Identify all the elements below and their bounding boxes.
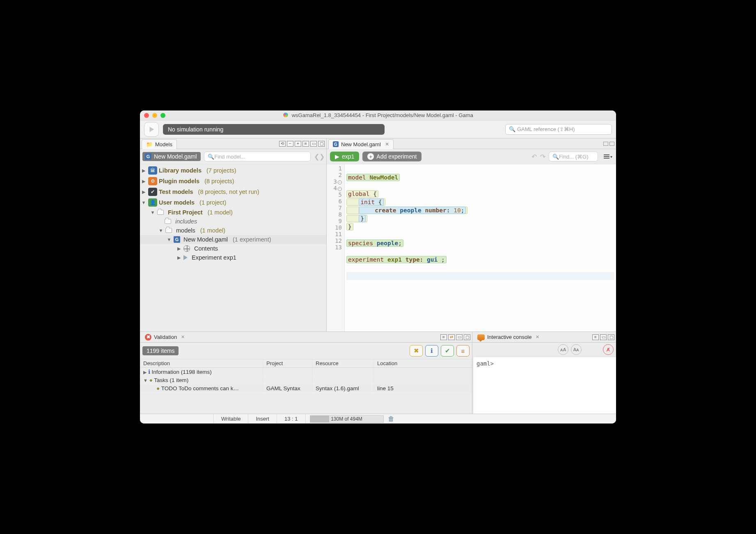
- filter-icon[interactable]: ≡: [592, 334, 599, 340]
- close-tab-icon[interactable]: ✕: [385, 141, 389, 147]
- disclosure-icon[interactable]: ▶: [141, 189, 147, 195]
- editor-forward-icon[interactable]: ↷: [540, 153, 545, 161]
- app-window: wsGamaRel_1.8_334544454 - First Project/…: [140, 110, 616, 424]
- code-editor[interactable]: 1 2 3- 4- 5 6 7 8 9 10 11 12 13 model Ne…: [327, 164, 616, 331]
- group-by-icon[interactable]: ⇄: [448, 334, 455, 340]
- console-icon: [477, 334, 485, 340]
- console-output[interactable]: gaml>: [473, 357, 616, 414]
- search-icon: 🔍: [552, 154, 559, 160]
- gaml-file-icon: G: [145, 153, 151, 160]
- titlebar: wsGamaRel_1.8_334544454 - First Project/…: [140, 110, 616, 120]
- disclosure-icon[interactable]: ▶: [176, 246, 182, 251]
- outline-menu-button[interactable]: ▾: [604, 154, 613, 159]
- close-view-icon[interactable]: ✕: [536, 334, 539, 340]
- editor-tab[interactable]: G New Model.gaml ✕: [328, 139, 394, 149]
- gaml-reference-search[interactable]: 🔍 GAML reference (⇧⌘H): [505, 124, 612, 135]
- tree-file-row[interactable]: ▼ G New Model.gaml (1 experiment): [140, 235, 326, 244]
- run-simulation-button[interactable]: [144, 122, 159, 137]
- active-file-chip[interactable]: G New Model.gaml: [142, 152, 201, 161]
- validation-table[interactable]: Description Project Resource Location ▶ …: [140, 359, 472, 414]
- folder-icon: 📁: [146, 141, 153, 147]
- table-row[interactable]: ▼ ● Tasks (1 item): [140, 376, 472, 384]
- disclosure-icon[interactable]: ▼: [141, 200, 147, 205]
- table-row[interactable]: ● TODO ToDo comments can k… GAML Syntax …: [140, 384, 472, 393]
- disclosure-icon[interactable]: ▶: [141, 179, 147, 184]
- svg-marker-0: [150, 127, 154, 132]
- test-icon: ✔: [148, 188, 157, 196]
- add-experiment-button[interactable]: + Add experiment: [362, 152, 422, 161]
- error-icon: ✖: [145, 334, 151, 341]
- disclosure-icon[interactable]: ▼: [158, 228, 164, 233]
- disclosure-icon[interactable]: ▶: [141, 168, 147, 173]
- filter-icon[interactable]: ≡: [302, 141, 309, 147]
- table-row[interactable]: ▶ ℹ Information (1198 items): [140, 368, 472, 376]
- search-icon: 🔍: [208, 154, 214, 160]
- show-info-button[interactable]: ℹ: [425, 345, 438, 357]
- line-gutter: 1 2 3- 4- 5 6 7 8 9 10 11 12 13: [327, 164, 345, 331]
- user-icon: 👤: [148, 198, 157, 207]
- disclosure-icon[interactable]: ▶: [176, 255, 182, 260]
- app-icon: [283, 112, 289, 118]
- window-title: wsGamaRel_1.8_334544454 - First Project/…: [140, 112, 616, 118]
- models-view-tab[interactable]: 📁 Models: [142, 139, 177, 149]
- maximize-editor-icon[interactable]: [609, 142, 614, 146]
- editor-back-icon[interactable]: ↶: [531, 153, 537, 161]
- find-model-input[interactable]: 🔍 Find model...: [204, 152, 310, 161]
- col-location[interactable]: Location: [374, 359, 472, 367]
- simulation-status: No simulation running: [163, 124, 385, 135]
- status-insert-mode: Insert: [248, 414, 277, 424]
- col-resource[interactable]: Resource: [312, 359, 374, 367]
- console-view-tab[interactable]: Interactive console ✕: [474, 333, 543, 341]
- editor-find-input[interactable]: 🔍 Find... (⌘G): [549, 152, 598, 161]
- folder-icon: [165, 228, 172, 233]
- expand-all-icon[interactable]: +: [295, 141, 301, 147]
- history-back-icon[interactable]: ❮: [314, 153, 318, 160]
- minimize-view-icon[interactable]: ▭: [310, 141, 317, 147]
- gaml-file-icon: G: [174, 236, 180, 243]
- status-bar: Writable Insert 13 : 1 130M of 494M 🗑: [140, 414, 616, 424]
- col-project[interactable]: Project: [263, 359, 312, 367]
- close-view-icon[interactable]: ✕: [181, 334, 185, 340]
- show-tasks-button[interactable]: ≡: [456, 345, 470, 357]
- models-tree[interactable]: ▶ 🏛 Library models (7 projects) ▶ ⚙ Plug…: [140, 164, 326, 331]
- col-description[interactable]: Description: [140, 359, 263, 367]
- main-toolbar: No simulation running 🔍 GAML reference (…: [140, 120, 616, 138]
- minimize-view-icon[interactable]: ▭: [600, 334, 607, 340]
- gaml-file-icon: G: [333, 141, 339, 147]
- plus-icon: +: [367, 153, 374, 160]
- items-count-chip: 1199 items: [142, 346, 179, 355]
- folder-icon: [157, 210, 164, 215]
- play-icon: ▶: [335, 153, 339, 160]
- search-icon: 🔍: [509, 126, 515, 132]
- clear-console-button[interactable]: A̸: [603, 344, 614, 355]
- maximize-view-icon[interactable]: ▢: [608, 334, 614, 340]
- history-forward-icon[interactable]: ❯: [319, 153, 324, 160]
- info-icon: ℹ: [148, 369, 150, 375]
- task-icon: ●: [156, 385, 160, 391]
- chevron-down-icon: ▾: [610, 154, 612, 159]
- disclosure-icon[interactable]: ▼: [150, 210, 156, 215]
- fold-icon[interactable]: -: [338, 187, 342, 191]
- show-warnings-button[interactable]: ✖: [410, 345, 423, 357]
- task-icon: ●: [149, 377, 153, 383]
- minimize-editor-icon[interactable]: [603, 142, 608, 146]
- maximize-view-icon[interactable]: ▢: [318, 141, 325, 147]
- library-icon: 🏛: [148, 166, 157, 175]
- link-with-editor-icon[interactable]: ⟲: [279, 141, 286, 147]
- minimize-view-icon[interactable]: ▭: [456, 334, 463, 340]
- heap-memory-indicator[interactable]: 130M of 494M: [310, 415, 384, 423]
- collapse-all-icon[interactable]: −: [287, 141, 293, 147]
- status-cursor-pos: 13 : 1: [277, 414, 306, 424]
- run-experiment-button[interactable]: ▶ exp1: [330, 152, 359, 161]
- maximize-view-icon[interactable]: ▢: [464, 334, 470, 340]
- disclosure-icon[interactable]: ▼: [166, 237, 172, 242]
- fold-icon[interactable]: -: [338, 180, 342, 184]
- status-writable: Writable: [214, 414, 248, 424]
- show-validated-button[interactable]: ✔: [441, 345, 454, 357]
- garbage-collect-button[interactable]: 🗑: [388, 415, 394, 423]
- decrease-font-button[interactable]: ᴀA: [558, 344, 568, 355]
- filter-tasks-icon[interactable]: ≡: [440, 334, 447, 340]
- plugin-icon: ⚙: [148, 177, 157, 185]
- increase-font-button[interactable]: Aᴀ: [571, 344, 582, 355]
- validation-view-tab[interactable]: ✖ Validation ✕: [142, 333, 188, 341]
